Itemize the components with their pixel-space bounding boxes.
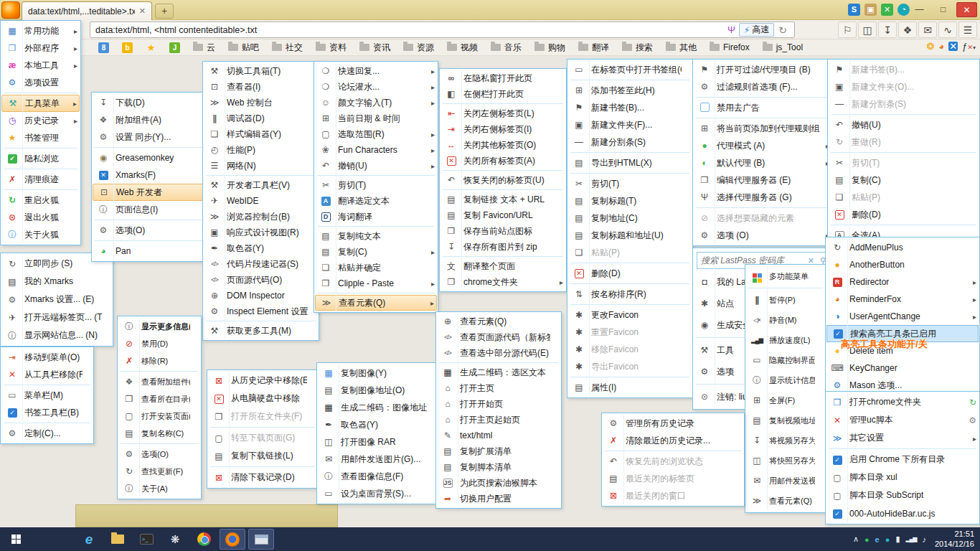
menu-item[interactable]: ✕Xmarks(F)▸ <box>93 166 214 184</box>
menu-item[interactable]: ✒取色器(Y) <box>204 240 318 256</box>
menu-item[interactable]: ⚙设置 同步(Y)... <box>93 128 214 146</box>
teal-app-icon[interactable]: ◔ <box>897 4 910 16</box>
menu-item[interactable]: ⌂打开主页起始页 <box>437 412 560 428</box>
bookmark-folder-js_Tool[interactable]: js_Tool <box>758 40 808 55</box>
menu-item[interactable]: ▢选取范围(R)▸ <box>315 126 437 142</box>
menu-item[interactable]: ⓘ显示统计信息(T) <box>746 370 825 390</box>
mail-icon[interactable]: ✉ <box>918 22 937 38</box>
bookmark-folder-贴吧[interactable]: 贴吧 <box>223 40 264 55</box>
menu-item[interactable]: ⌨KeyChanger <box>826 359 979 377</box>
menu-item[interactable]: ◫将快照另存为(S) <box>746 451 825 471</box>
menu-item[interactable]: ⊡查看器(I) <box>204 79 318 95</box>
tray-teal-icon[interactable]: ● <box>885 535 890 544</box>
menu-item[interactable]: ●AnotherButton <box>826 256 979 273</box>
menu-item[interactable]: ↶撤销(U)▸ <box>315 158 437 174</box>
bookmark-folder-云[interactable]: 云 <box>188 40 220 55</box>
menu-item[interactable]: ↧保存所有图片到 zip <box>440 239 565 255</box>
menu-item[interactable]: ⇥移动到菜单(O) <box>1 349 93 366</box>
menu-item[interactable]: ⇥关闭右侧标签页(I) <box>440 121 565 137</box>
menu-item[interactable]: ❐查看所在目录(B) <box>118 390 200 408</box>
menu-item[interactable]: ⊞将当前页添加到代理规则组 (S) <box>694 120 831 137</box>
menu-item[interactable]: 多功能菜单 <box>746 266 825 286</box>
menu-item[interactable]: ⇤关闭左侧标签页(L) <box>440 105 565 121</box>
menu-item[interactable]: 文翻译整个页面 <box>440 258 565 274</box>
menu-item[interactable]: </>查看选中部分源代码(E) <box>437 345 560 361</box>
bookmark-folder-资讯[interactable]: 资讯 <box>354 40 395 55</box>
bookmark-folder-搜索[interactable]: 搜索 <box>617 40 658 55</box>
menu-item[interactable]: ▤我的 Xmarks <box>1 273 112 291</box>
menu-item[interactable]: ▭隐藏控制界面(D) <box>746 350 825 370</box>
menu-item[interactable]: ◕Pan▸ <box>93 242 214 260</box>
menu-item[interactable]: æ本地工具▸ <box>1 57 80 74</box>
menu-item[interactable]: ❏粘贴并确定 <box>315 260 437 276</box>
close-button[interactable]: ✕ <box>956 2 977 17</box>
menu-item[interactable]: —新建分割条(S) <box>568 133 692 151</box>
bookmark-favicon-item[interactable]: ★ <box>141 40 161 55</box>
menu-item[interactable]: ▦常用功能▸ <box>1 22 80 39</box>
bookmark-folder-翻译[interactable]: 翻译 <box>573 40 614 55</box>
weather-addon-icon[interactable]: ❂ <box>926 41 934 52</box>
menu-item[interactable]: ↻重启火狐 <box>1 192 80 209</box>
menu-item[interactable]: ☺颜文字输入(T)▸ <box>315 95 437 110</box>
menu-item[interactable]: ▤导出到HTML(X) <box>568 154 692 171</box>
menu-item[interactable]: ∥调试器(D) <box>204 110 318 126</box>
menu-item[interactable]: ▤复制链接 文本 + URL <box>440 192 565 207</box>
menu-item[interactable]: ↻查找更新(F) <box>118 463 200 480</box>
menu-item[interactable]: ▤复制标题(T) <box>568 192 692 209</box>
menu-item[interactable]: RRedirector▸ <box>826 273 979 291</box>
menu-item[interactable]: ≫浏览器控制台(B) <box>204 209 318 225</box>
bookmark-folder-其他[interactable]: 其他 <box>661 40 702 55</box>
menu-item[interactable]: ⊞添加书签至此(H) <box>568 82 692 99</box>
menu-item[interactable]: ↔关闭其他标签页(O) <box>440 137 565 153</box>
menu-item[interactable]: ✕删除(D) <box>568 265 692 282</box>
url-bar[interactable]: data:text/html, <html contenteditable>.t… <box>90 22 795 38</box>
menu-item[interactable]: ⚙Xmarks 设置... (E) <box>1 291 112 309</box>
menu-item[interactable]: ▤复制图像地址(O) <box>318 382 444 399</box>
firefox-menu-button[interactable] <box>1 1 20 19</box>
menu-item[interactable]: ↶撤销(U) <box>829 116 979 133</box>
menu-item[interactable]: ✈WebIDE <box>204 193 318 209</box>
menu-item[interactable]: ▤复制名称(C) <box>118 425 200 442</box>
tab-close-icon[interactable]: ✕ <box>139 6 146 16</box>
menu-item[interactable]: ⚙选项(O) <box>118 446 200 463</box>
menu-item[interactable]: ⚙管理所有历史记录 <box>603 415 743 432</box>
bookmark-favicon-item[interactable]: b <box>117 40 138 55</box>
taskbar-explorer-icon[interactable] <box>248 529 274 550</box>
menu-item[interactable]: D海词翻译 <box>315 209 437 225</box>
menu-item[interactable]: ⚒工具菜单▸ <box>1 95 80 112</box>
camera-app-icon[interactable]: ▣ <box>864 4 877 16</box>
tray-green-icon[interactable]: ● <box>864 535 870 544</box>
menu-item[interactable]: ⓘ查看图像信息(F) <box>318 468 444 485</box>
menu-item[interactable]: ✒取色器(Y) <box>318 416 444 433</box>
start-button[interactable] <box>0 527 32 551</box>
menu-item[interactable]: ✈打开远端标签页... (T) <box>1 309 112 326</box>
menu-item[interactable]: ▭设为桌面背景(S)... <box>318 485 444 502</box>
menu-item[interactable]: </>查看页面源代码（新标签） <box>437 329 560 345</box>
menu-item[interactable]: ✉用邮件发送视频(D) <box>746 471 825 491</box>
xmind-app-icon[interactable]: ✕ <box>881 4 893 16</box>
tray-ie-icon[interactable]: e <box>875 535 880 544</box>
menu-item[interactable]: ◷历史记录▸ <box>1 112 80 129</box>
menu-item[interactable]: ★书签管理 <box>1 129 80 146</box>
menu-item[interactable]: JS为此页搜索油猴脚本 <box>437 475 560 491</box>
menu-item[interactable]: ▭在标签页中打开书签组(O) <box>568 61 692 78</box>
menu-item[interactable]: ≫查看元素(Q)▸ <box>315 295 437 311</box>
rss-icon[interactable]: ∿ <box>938 22 957 38</box>
menu-item[interactable]: ✕管理uc脚本⚙ <box>826 411 979 429</box>
tray-expand-icon[interactable]: ∧ <box>853 534 859 544</box>
menu-item[interactable]: ⚙选项设置 <box>1 74 80 91</box>
menu-item[interactable]: ▤复制(C) <box>829 171 979 189</box>
taskbar-console-icon[interactable]: >_ <box>133 529 159 550</box>
menu-item[interactable]: ❀Fun Characters▸ <box>315 142 437 158</box>
menu-item[interactable]: ▤复制标题和地址(U) <box>568 227 692 244</box>
bookmark-folder-购物[interactable]: 购物 <box>529 40 570 55</box>
menu-item[interactable]: ▤复制视频地址(U) <box>746 410 825 430</box>
menu-item[interactable]: ✓书签工具栏(B) <box>1 404 93 421</box>
menu-item[interactable]: ⌂打开主页 <box>437 380 560 396</box>
menu-item[interactable]: ✱更改Favicon <box>568 306 692 324</box>
new-tab-button[interactable]: + <box>155 4 174 19</box>
menu-item[interactable]: </>页面源代码(O) <box>204 272 318 288</box>
menu-item[interactable]: ✓启用 Chrome 下所有目录 <box>826 451 979 468</box>
bookmark-folder-资料[interactable]: 资料 <box>311 40 352 55</box>
taskbar-firefox-icon[interactable] <box>220 529 245 550</box>
